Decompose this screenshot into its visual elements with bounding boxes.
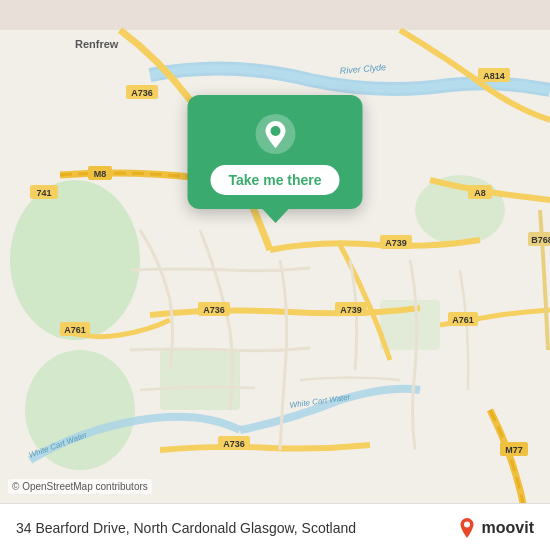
svg-text:A761: A761 [64,325,86,335]
svg-text:A739: A739 [385,238,407,248]
address-text: 34 Bearford Drive, North Cardonald Glasg… [16,520,455,536]
svg-text:A736: A736 [223,439,245,449]
location-pin-icon [254,113,296,155]
take-me-there-button[interactable]: Take me there [210,165,339,195]
svg-text:B768: B768 [531,235,550,245]
svg-text:A814: A814 [483,71,505,81]
info-bar: 34 Bearford Drive, North Cardonald Glasg… [0,503,550,550]
svg-point-1 [10,180,140,340]
map-attribution: © OpenStreetMap contributors [8,479,152,494]
popup-card: Take me there [188,95,363,209]
svg-point-37 [270,126,280,136]
svg-text:741: 741 [36,188,51,198]
map-svg: A736 M8 A814 River Clyde A739 A8 A761 A7… [0,0,550,550]
svg-text:M77: M77 [505,445,523,455]
svg-text:M8: M8 [94,169,107,179]
svg-point-38 [464,522,470,528]
moovit-logo-icon [455,516,479,540]
svg-text:Renfrew: Renfrew [75,38,119,50]
svg-text:A761: A761 [452,315,474,325]
svg-text:A8: A8 [474,188,486,198]
svg-text:A739: A739 [340,305,362,315]
moovit-logo-text: moovit [482,519,534,537]
moovit-logo: moovit [455,516,534,540]
svg-text:A736: A736 [131,88,153,98]
map-container: A736 M8 A814 River Clyde A739 A8 A761 A7… [0,0,550,550]
svg-text:A736: A736 [203,305,225,315]
attribution-text: © OpenStreetMap contributors [12,481,148,492]
